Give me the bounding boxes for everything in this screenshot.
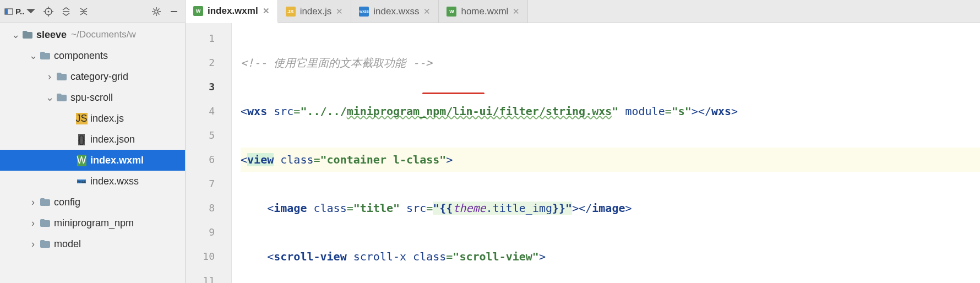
tree-file-index-js[interactable]: JS index.js — [0, 108, 185, 129]
sidebar-toolbar: P.. — [0, 0, 185, 23]
tree-folder-spu-scroll[interactable]: ⌄ spu-scroll — [0, 87, 185, 108]
tree-file-index-wxml[interactable]: W index.wxml — [0, 150, 185, 171]
tree-root[interactable]: ⌄ sleeve ~/Documents/w — [0, 24, 185, 45]
wxml-file-icon: W — [193, 6, 203, 16]
tab-label: home.wxml — [461, 6, 508, 17]
editor-area: W index.wxml ✕ JS index.js ✕ wxss index.… — [186, 0, 980, 283]
svg-line-16 — [158, 13, 159, 14]
svg-line-15 — [154, 8, 155, 9]
tab-label: index.wxss — [373, 6, 419, 17]
svg-point-3 — [48, 10, 50, 12]
tree-folder-category-grid[interactable]: › category-grid — [0, 66, 185, 87]
target-icon[interactable] — [41, 4, 56, 19]
tree-folder-config[interactable]: › config — [0, 192, 185, 213]
line-gutter[interactable]: 1 2 3 4 5 6 7 8 9 10 11 — [186, 23, 232, 283]
svg-line-18 — [158, 8, 159, 9]
tree-file-index-json[interactable]: {} index.json — [0, 129, 185, 150]
tree-folder-miniprogram-npm[interactable]: › miniprogram_npm — [0, 213, 185, 233]
close-icon[interactable]: ✕ — [423, 7, 431, 17]
wxml-file-icon: W — [447, 7, 456, 17]
close-icon[interactable]: ✕ — [336, 7, 343, 17]
close-icon[interactable]: ✕ — [263, 6, 270, 16]
project-tool-window-button[interactable]: P.. — [4, 7, 35, 16]
tab-index-wxss[interactable]: wxss index.wxss ✕ — [351, 0, 439, 23]
editor-tabs: W index.wxml ✕ JS index.js ✕ wxss index.… — [186, 0, 980, 23]
hide-icon[interactable] — [166, 4, 182, 19]
code-editor[interactable]: <!-- 使用它里面的文本截取功能 --> <wxs src="../../mi… — [232, 23, 980, 283]
tab-index-js[interactable]: JS index.js ✕ — [278, 0, 352, 23]
tree-folder-components[interactable]: ⌄ components — [0, 45, 185, 66]
close-icon[interactable]: ✕ — [513, 7, 520, 17]
expand-all-icon[interactable] — [58, 4, 74, 19]
tab-label: index.js — [300, 6, 332, 17]
project-tree[interactable]: ⌄ sleeve ~/Documents/w ⌄ components › ca… — [0, 23, 185, 283]
svg-rect-19 — [171, 11, 177, 12]
collapse-all-icon[interactable] — [76, 4, 91, 19]
tree-file-index-wxss[interactable]: wxss index.wxss — [0, 171, 185, 192]
wxss-file-icon: wxss — [359, 7, 369, 17]
tree-folder-model[interactable]: › model — [0, 233, 185, 254]
editor-body: 1 2 3 4 5 6 7 8 9 10 11 <!-- 使用它里面的文本截取功… — [186, 23, 980, 283]
js-file-icon: JS — [286, 7, 296, 17]
red-underline-annotation — [422, 92, 484, 94]
svg-rect-1 — [5, 9, 8, 14]
svg-point-10 — [155, 10, 158, 13]
gear-icon[interactable] — [149, 4, 164, 19]
tab-home-wxml[interactable]: W home.wxml ✕ — [439, 0, 528, 23]
tab-index-wxml[interactable]: W index.wxml ✕ — [186, 0, 278, 23]
project-sidebar: P.. ⌄ sleeve ~/Documents/w ⌄ components — [0, 0, 186, 283]
svg-line-17 — [154, 13, 155, 14]
tab-label: index.wxml — [208, 6, 258, 17]
